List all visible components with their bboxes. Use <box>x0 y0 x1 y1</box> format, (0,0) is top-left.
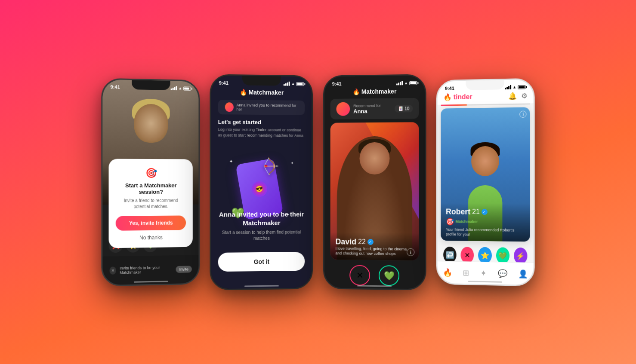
tinder-logo-text: tinder <box>454 93 472 101</box>
battery-icon-4 <box>518 85 525 89</box>
p4-info-button[interactable]: ℹ <box>519 110 526 117</box>
p4-matchmaker-badge: 🎯 Matchmaker <box>446 217 525 226</box>
flame-icon-3: 🔥 <box>352 88 360 95</box>
p4-card-info: Robert 21 ✓ 🎯 Matchmaker Your friend Jul… <box>441 203 530 242</box>
card-stack-icon: 🃏 <box>398 106 403 110</box>
recommend-label-3: Recommend for <box>353 103 391 108</box>
p4-card-age: 21 <box>472 208 480 215</box>
p2-invite-text-section: Anna invited you to be their Matchmaker … <box>218 210 305 242</box>
verified-badge-3: ✓ <box>367 239 374 245</box>
superlike-button-4[interactable]: ⭐ <box>478 247 491 263</box>
p3-info-button[interactable]: ℹ <box>407 248 414 256</box>
p2-big-sub: Start a session to help them find potent… <box>218 229 305 242</box>
status-time-4: 9:41 <box>445 86 454 91</box>
battery-icon-3 <box>409 81 417 85</box>
phone-2-notch <box>242 76 281 86</box>
signal-icon-3 <box>396 81 403 85</box>
flame-icon-4: 🔥 <box>443 93 452 101</box>
wifi-icon-2: ▲ <box>291 81 295 86</box>
status-time-1: 9:41 <box>111 84 120 90</box>
nav-profile[interactable]: 👤 <box>518 269 528 278</box>
p3-card-bio: I love travelling, food, going to the ci… <box>336 246 414 257</box>
wifi-icon-4: ▲ <box>513 85 516 89</box>
status-icons-3: ▲ <box>396 80 417 85</box>
matchmaker-title-2: Matchmaker <box>249 89 284 96</box>
nav-messages[interactable]: 💬 <box>498 269 507 278</box>
phone-1-screen: 9:41 ▲ Chris 21 <box>102 79 198 285</box>
status-time-2: 9:41 <box>219 80 228 85</box>
phone-3: 9:41 ▲ 🔥 Matchmaker <box>323 74 426 290</box>
count-badge-3: 🃏 10 <box>395 104 413 112</box>
invite-friends-button[interactable]: Yes, invite friends <box>116 215 186 230</box>
status-icons-4: ▲ <box>505 85 525 89</box>
p4-progress-fill <box>441 104 467 106</box>
matchmaker-modal: 🎯 Start a Matchmaker session? Invite a f… <box>109 159 193 248</box>
phone-4-notch <box>466 80 504 90</box>
signal-icon-4 <box>505 85 511 89</box>
p2-header-title: 🔥 Matchmaker <box>218 88 305 96</box>
invite-bar-text: Invite friends to be your Matchmaker <box>120 265 173 274</box>
dislike-button-3[interactable]: ✕ <box>349 265 370 285</box>
phones-container: 9:41 ▲ Chris 21 <box>93 58 543 307</box>
dislike-button-4[interactable]: ✕ <box>461 247 474 263</box>
nav-gold[interactable]: ✦ <box>480 268 487 278</box>
like-button-4[interactable]: 💚 <box>496 247 509 264</box>
got-it-button[interactable]: Got it <box>218 252 305 272</box>
anna-avatar-2 <box>225 102 234 112</box>
p1-bottom-bar: ✕ Invite friends to be your Matchmaker I… <box>102 254 198 284</box>
invite-bar-button[interactable]: Invite <box>176 266 192 273</box>
phone-3-screen: 9:41 ▲ 🔥 Matchmaker <box>324 75 425 289</box>
modal-title: Start a Matchmaker session? <box>116 182 186 195</box>
p3-person-face <box>359 142 389 174</box>
matchmaker-badge-icon: 🎯 <box>446 217 454 225</box>
status-icons-1: ▲ <box>171 86 191 90</box>
battery-icon-2 <box>296 82 304 86</box>
status-icons-2: ▲ <box>284 81 304 86</box>
nav-matches[interactable]: ⊞ <box>463 268 469 277</box>
p3-card-name: David <box>336 237 357 246</box>
wifi-icon-3: ▲ <box>404 81 408 85</box>
p3-header-title: 🔥 Matchmaker <box>330 87 419 95</box>
notification-icon[interactable]: 🔔 <box>508 92 517 100</box>
filter-icon[interactable]: ⚙ <box>521 92 527 100</box>
home-indicator-2 <box>244 285 279 287</box>
no-thanks-button[interactable]: No thanks <box>116 234 186 241</box>
p4-card-name: Robert <box>446 207 470 216</box>
phone-3-notch <box>355 76 394 86</box>
p4-recommended-text: Your friend Julia recommended Robert's p… <box>446 227 525 238</box>
flame-icon-2: 🔥 <box>240 89 247 95</box>
phone-1-notch <box>132 80 170 90</box>
nav-home[interactable]: 🔥 <box>443 267 452 277</box>
sparkle-2: ✦ <box>291 161 294 165</box>
matchmaker-modal-icon: 🎯 <box>116 167 186 178</box>
p2-invited-row: Anna invited you to recommend for her <box>218 99 305 115</box>
verified-badge-4: ✓ <box>482 209 488 215</box>
status-time-3: 9:41 <box>332 81 342 86</box>
home-indicator-3 <box>357 285 392 287</box>
p3-action-buttons: ✕ 💚 <box>324 264 425 286</box>
p4-person-face <box>471 146 499 176</box>
p2-section-sub: Log into your existing Tinder account or… <box>211 127 312 143</box>
boost-button-4[interactable]: ⚡ <box>514 247 528 264</box>
rewind-button-4[interactable]: ↩️ <box>443 246 457 263</box>
signal-icon-2 <box>284 81 290 86</box>
phone-1: 9:41 ▲ Chris 21 <box>101 78 200 286</box>
p3-profile-card[interactable]: David 22 ✓ I love travelling, food, goin… <box>330 122 419 260</box>
p3-card-info: David 22 ✓ I love travelling, food, goin… <box>330 232 419 260</box>
phone-2: 9:41 ▲ 🔥 Matchmaker <box>210 74 313 290</box>
sparkle-1: ✦ <box>229 159 233 163</box>
p2-big-title: Anna invited you to be their Matchmaker <box>218 210 305 227</box>
close-invite-bar[interactable]: ✕ <box>110 266 116 274</box>
phone-4-screen: 9:41 ▲ 🔥 tinder <box>438 79 534 285</box>
p3-card-age: 22 <box>358 238 366 245</box>
phone-2-screen: 9:41 ▲ 🔥 Matchmaker <box>211 75 312 289</box>
wifi-icon-1: ▲ <box>178 86 182 90</box>
invited-label-2: Anna invited you to recommend for her <box>236 103 298 112</box>
p4-profile-card[interactable]: Robert 21 ✓ 🎯 Matchmaker Your friend Jul… <box>441 107 530 242</box>
p3-recommend-info: Recommend for Anna <box>353 103 391 114</box>
phone-4: 9:41 ▲ 🔥 tinder <box>436 78 535 286</box>
signal-icon-1 <box>171 86 177 90</box>
matchmaker-title-3: Matchmaker <box>361 88 397 95</box>
anna-avatar-3 <box>337 102 350 116</box>
like-button-3[interactable]: 💚 <box>379 265 399 286</box>
